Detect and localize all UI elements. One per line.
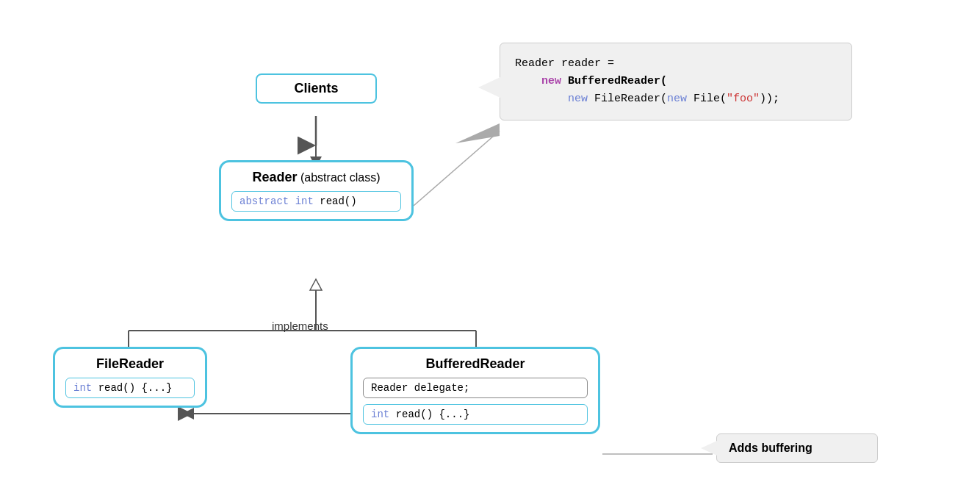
bufferedreader-box: BufferedReader Reader delegate; int read… bbox=[350, 347, 600, 434]
svg-marker-10 bbox=[310, 279, 322, 290]
diagram-container: Clients Reader (abstract class) abstract… bbox=[0, 0, 980, 504]
code-line2: new BufferedReader( bbox=[515, 73, 837, 90]
clients-label: Clients bbox=[294, 81, 338, 96]
filereader-box: FileReader int read() {...} bbox=[53, 347, 207, 408]
bufferedreader-title: BufferedReader bbox=[363, 356, 588, 372]
reader-box: Reader (abstract class) abstract int rea… bbox=[219, 160, 414, 221]
bufferedreader-method: int read() {...} bbox=[363, 404, 588, 425]
svg-line-14 bbox=[414, 131, 500, 206]
implements-label: implements bbox=[272, 320, 328, 332]
code-line3: new FileReader(new File("foo")); bbox=[515, 90, 837, 108]
callout-label: Adds buffering bbox=[729, 442, 813, 454]
code-box: Reader reader = new BufferedReader( new … bbox=[500, 43, 852, 120]
filereader-title: FileReader bbox=[65, 356, 195, 372]
svg-marker-13 bbox=[455, 123, 500, 143]
code-line1: Reader reader = bbox=[515, 55, 837, 73]
reader-method: abstract int read() bbox=[231, 191, 401, 212]
bufferedreader-field: Reader delegate; bbox=[363, 378, 588, 398]
svg-marker-12 bbox=[182, 408, 194, 420]
clients-box: Clients bbox=[256, 73, 377, 104]
reader-title: Reader (abstract class) bbox=[231, 170, 401, 185]
filereader-method: int read() {...} bbox=[65, 378, 195, 398]
adds-buffering-callout: Adds buffering bbox=[716, 433, 878, 463]
